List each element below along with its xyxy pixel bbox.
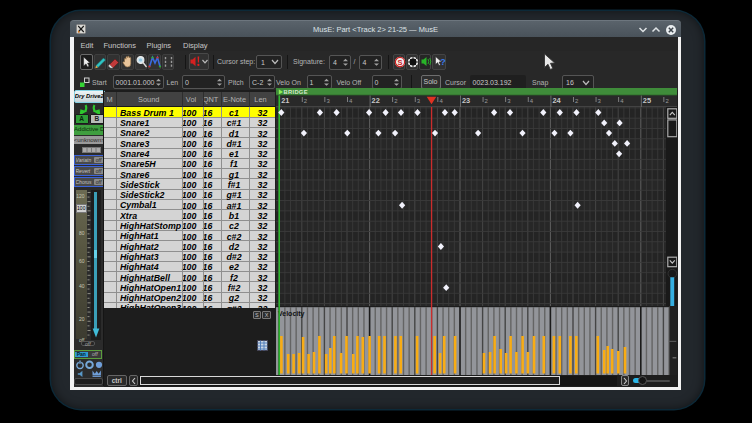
svg-text:BRIDGE: BRIDGE <box>284 89 308 95</box>
svg-text:S: S <box>397 57 402 66</box>
svg-text:21: 21 <box>281 96 289 105</box>
svg-text:?: ? <box>440 57 446 67</box>
svg-text:24: 24 <box>552 96 561 105</box>
svg-text:25: 25 <box>643 96 651 105</box>
svg-text:22: 22 <box>372 96 380 105</box>
svg-text:23: 23 <box>462 96 470 105</box>
svg-text:Velocity: Velocity <box>278 310 305 318</box>
